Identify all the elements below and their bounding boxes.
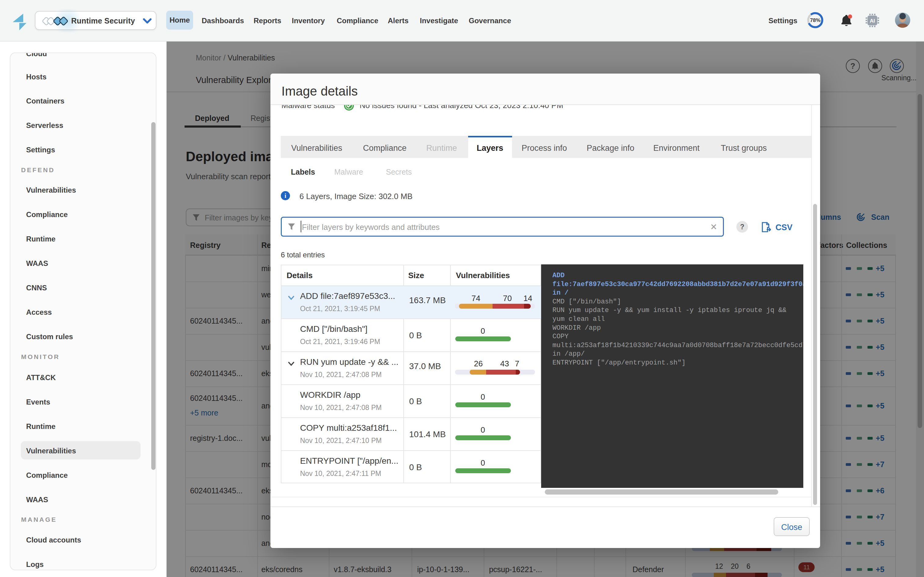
svg-text:AI: AI <box>870 18 875 24</box>
svg-text:78%: 78% <box>810 18 821 23</box>
